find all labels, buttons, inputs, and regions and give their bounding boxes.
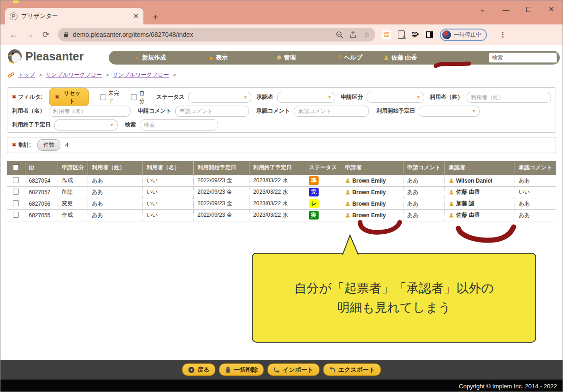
col-header-approver[interactable]: 承認者 xyxy=(445,161,515,175)
export-arrow-icon xyxy=(329,367,336,373)
own-label: 自分 xyxy=(139,89,150,105)
breadcrumb-link-workflow[interactable]: サンプルワークフロー xyxy=(46,71,102,79)
search-filter-label: 検索 xyxy=(125,121,136,129)
category-select[interactable]: ▼ xyxy=(367,92,424,103)
approver-name: 佐藤 由香 xyxy=(456,211,480,219)
user-icon xyxy=(449,213,454,218)
nav-item-new[interactable]: ＋ 新規作成 xyxy=(134,53,166,62)
incomplete-label: 未完了 xyxy=(108,89,124,105)
reload-icon[interactable]: ⟳ xyxy=(42,30,49,40)
requester-name: Brown Emily xyxy=(352,189,386,196)
profile-button[interactable]: 一時停止中 xyxy=(440,29,487,41)
nav-user-name: 佐藤 由香 xyxy=(391,53,417,62)
count-value: 4 xyxy=(65,142,68,148)
col-header-id[interactable]: ID xyxy=(25,161,58,175)
window-maximize-icon[interactable] xyxy=(526,7,531,12)
url-bar[interactable]: demo.pleasanter.org/items/6827048/index … xyxy=(58,28,375,42)
col-header-user-last[interactable]: 利用者（姓） xyxy=(88,161,142,175)
bulk-delete-label: 一括削除 xyxy=(234,366,258,374)
breadcrumb-link-workflow2[interactable]: サンプルワークフロー xyxy=(113,71,169,79)
col-header-requester[interactable]: 申請者 xyxy=(341,161,403,175)
nav-item-help[interactable]: ? ヘルプ xyxy=(338,53,362,62)
search-filter-input[interactable] xyxy=(140,119,218,131)
nav-item-label: 管理 xyxy=(284,53,296,62)
own-checkbox[interactable] xyxy=(131,94,137,100)
table-header-row: ID 申請区分 利用者（姓） 利用者（名） 利用開始予定日 利用終了予定日 ステ… xyxy=(7,161,556,175)
col-header-end-date[interactable]: 利用終了予定日 xyxy=(249,161,305,175)
col-header-start-date[interactable]: 利用開始予定日 xyxy=(194,161,249,175)
status-badge: 実 xyxy=(309,211,319,220)
col-header-category[interactable]: 申請区分 xyxy=(58,161,88,175)
nav-search-input[interactable] xyxy=(489,53,557,63)
end-date-select[interactable]: ▼ xyxy=(54,119,118,131)
requester-name: Brown Emily xyxy=(352,178,386,184)
col-header-approve-comment[interactable]: 承認コメント xyxy=(515,161,556,175)
table-row[interactable]: 6827057削除 ああいい 2022/09/23 金2023/03/22 水 … xyxy=(7,186,556,198)
approver-select[interactable]: ▼ xyxy=(277,92,336,103)
browser-toolbar: ← → ⟳ demo.pleasanter.org/items/6827048/… xyxy=(0,24,563,45)
link-icon xyxy=(8,72,14,78)
callout-pointer xyxy=(343,235,358,255)
table-row[interactable]: 6827054作成 ああいい 2022/09/23 金2023/03/22 水 … xyxy=(7,175,556,186)
incomplete-checkbox[interactable] xyxy=(100,94,106,100)
x-icon: ✖ xyxy=(55,94,59,100)
col-header-request-comment[interactable]: 申請コメント xyxy=(403,161,444,175)
pleasanter-logo[interactable]: Pleasanter xyxy=(7,48,83,64)
status-badge: 準 xyxy=(309,176,319,185)
breadcrumb-link-top[interactable]: トップ xyxy=(18,71,35,79)
breadcrumb-separator: > xyxy=(172,72,176,78)
approve-comment-filter-label: 承認コメント xyxy=(256,107,290,115)
requester-name: Brown Emily xyxy=(352,212,386,219)
back-button[interactable]: 戻る xyxy=(182,363,215,376)
forward-icon[interactable]: → xyxy=(26,30,34,40)
zoom-out-icon[interactable] xyxy=(336,31,343,38)
user-first-input[interactable] xyxy=(49,106,130,117)
count-button[interactable]: 件数 xyxy=(37,139,60,151)
row-checkbox[interactable] xyxy=(13,212,19,218)
select-all-checkbox[interactable] xyxy=(13,164,19,170)
approve-comment-input[interactable] xyxy=(294,106,369,117)
window-close-icon[interactable]: ✕ xyxy=(548,5,554,13)
start-date-select[interactable]: ▼ xyxy=(419,106,480,117)
back-icon[interactable]: ← xyxy=(9,30,18,40)
tab-close-icon[interactable]: ✕ xyxy=(133,12,139,20)
records-table: ID 申請区分 利用者（姓） 利用者（名） 利用開始予定日 利用終了予定日 ステ… xyxy=(7,161,556,221)
user-icon xyxy=(345,178,350,184)
table-row[interactable]: 6827056変更 ああいい 2022/09/23 金2023/03/22 水 … xyxy=(7,198,556,209)
callout-text-line2: 明細も見れてしまう xyxy=(337,299,451,316)
smasurf-extension-icon[interactable]: Sma Surf xyxy=(382,30,391,39)
request-comment-input[interactable] xyxy=(175,106,249,117)
share-icon[interactable] xyxy=(350,31,357,38)
red-underline-approver xyxy=(458,227,514,240)
browser-menu-icon[interactable]: ⋮ xyxy=(499,30,506,39)
nav-item-manage[interactable]: ⚙ 管理 xyxy=(277,53,296,62)
nav-user[interactable]: 佐藤 由香 xyxy=(384,53,417,62)
table-row[interactable]: 6827055作成 ああいい 2022/09/23 金2023/03/22 水 … xyxy=(7,209,556,221)
bookmark-star-icon[interactable]: ☆ xyxy=(364,30,370,39)
nav-item-view[interactable]: ▶ 表示 xyxy=(210,53,228,62)
browser-tab[interactable]: P プリザンター ✕ xyxy=(5,8,143,24)
aggregation-title: ✖集計: xyxy=(12,141,31,149)
user-last-input[interactable] xyxy=(467,92,551,103)
new-tab-button[interactable]: + xyxy=(153,12,158,23)
tab-title: プリザンター xyxy=(21,12,130,20)
row-checkbox[interactable] xyxy=(13,200,19,206)
extensions-puzzle-icon[interactable]: 🧩︎ xyxy=(412,30,419,39)
col-header-user-first[interactable]: 利用者（名） xyxy=(142,161,194,175)
side-panel-icon[interactable] xyxy=(426,31,433,38)
window-minimize-icon[interactable]: — xyxy=(502,6,509,13)
filter-reset-button[interactable]: ✖ リセット xyxy=(49,88,89,107)
col-header-status[interactable]: ステータス xyxy=(305,161,341,175)
row-checkbox[interactable] xyxy=(13,177,19,183)
status-select[interactable]: ▼ xyxy=(188,92,251,103)
import-label: インポート xyxy=(283,366,313,374)
window-menu-chevron-icon[interactable]: ⌄ xyxy=(480,5,486,13)
import-button[interactable]: インポート xyxy=(267,363,319,376)
url-text: demo.pleasanter.org/items/6827048/index xyxy=(73,31,329,38)
row-checkbox[interactable] xyxy=(13,189,19,195)
main-nav: ＋ 新規作成 ▶ 表示 ⚙ 管理 ? ヘルプ 佐藤 由香 xyxy=(109,51,560,65)
bulk-delete-button[interactable]: 一括削除 xyxy=(219,363,264,376)
notes-extension-icon[interactable] xyxy=(398,30,405,39)
export-button[interactable]: エクスポート xyxy=(323,363,381,376)
status-badge: 完 xyxy=(309,188,319,196)
